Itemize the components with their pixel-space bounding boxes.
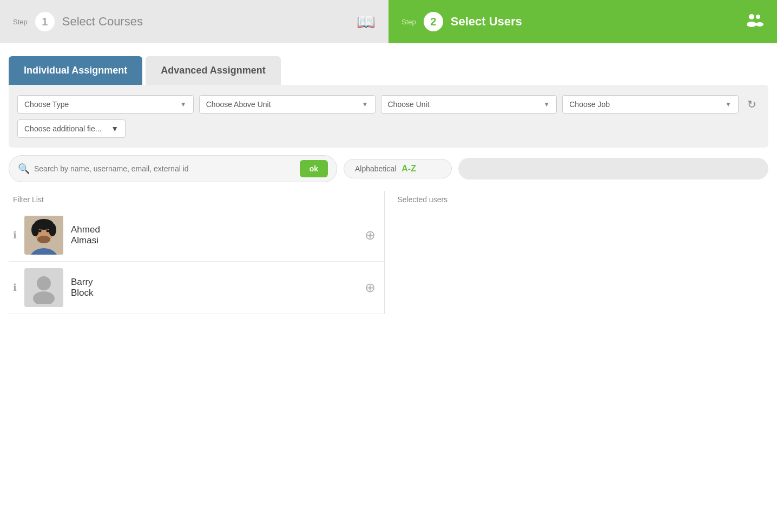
sort-extra-area [458, 158, 768, 179]
list-section: Filter List ℹ [9, 191, 768, 314]
search-section: 🔍 ok Alphabetical A-Z [9, 155, 768, 182]
choose-additional-label: Choose additional fie... [24, 124, 101, 133]
search-box: 🔍 ok [9, 155, 337, 182]
svg-point-11 [39, 230, 42, 232]
svg-point-0 [749, 14, 754, 19]
step-1[interactable]: Step 1 Select Courses 📖 [0, 0, 389, 43]
svg-point-14 [33, 291, 55, 304]
filter-list-header: Filter List [9, 191, 384, 209]
selected-users-panel: Selected users [385, 191, 769, 314]
user-name-barry: BarryBlock [71, 277, 353, 298]
sort-az-label: A-Z [401, 164, 416, 174]
user-name-ahmed: AhmedAlmasi [71, 224, 353, 246]
avatar-barry [24, 268, 63, 307]
tab-advanced[interactable]: Advanced Assignment [146, 56, 280, 85]
search-input[interactable] [34, 164, 295, 173]
choose-job-label: Choose Job [569, 100, 610, 109]
info-icon-ahmed[interactable]: ℹ [13, 229, 17, 241]
selected-users-header: Selected users [393, 191, 769, 209]
ok-button[interactable]: ok [300, 160, 328, 177]
choose-type-dropdown[interactable]: Choose Type ▼ [17, 95, 194, 114]
svg-point-1 [747, 22, 756, 27]
choose-above-unit-label: Choose Above Unit [206, 100, 271, 109]
svg-point-12 [47, 230, 49, 232]
book-icon: 📖 [357, 13, 376, 31]
choose-additional-arrow: ▼ [111, 124, 118, 133]
filter-section: Choose Type ▼ Choose Above Unit ▼ Choose… [9, 85, 768, 148]
step-1-label: Step [13, 18, 28, 26]
filter-row-1: Choose Type ▼ Choose Above Unit ▼ Choose… [17, 95, 760, 114]
user-item-ahmed: ℹ [9, 209, 384, 262]
refresh-button[interactable]: ↻ [744, 95, 760, 114]
user-item-barry: ℹ BarryBlock ⊕ [9, 262, 384, 314]
choose-unit-label: Choose Unit [388, 100, 430, 109]
choose-job-dropdown[interactable]: Choose Job ▼ [562, 95, 739, 114]
users-icon [745, 10, 764, 34]
svg-point-8 [31, 223, 39, 236]
step-2-label: Step [401, 18, 416, 26]
tab-individual[interactable]: Individual Assignment [9, 56, 142, 85]
filter-row-2: Choose additional fie... ▼ [17, 119, 760, 138]
avatar-ahmed [24, 216, 63, 255]
assignment-tabs: Individual Assignment Advanced Assignmen… [9, 56, 768, 85]
svg-point-9 [49, 223, 56, 236]
choose-type-label: Choose Type [24, 100, 69, 109]
choose-additional-dropdown[interactable]: Choose additional fie... ▼ [17, 119, 126, 138]
choose-above-unit-dropdown[interactable]: Choose Above Unit ▼ [199, 95, 376, 114]
step-1-title: Select Courses [62, 15, 143, 29]
step-1-circle: 1 [35, 12, 55, 31]
search-icon: 🔍 [18, 163, 30, 175]
choose-type-arrow: ▼ [180, 101, 187, 108]
svg-point-10 [37, 236, 50, 243]
sort-box: Alphabetical A-Z [344, 159, 452, 178]
choose-above-unit-arrow: ▼ [362, 101, 368, 108]
choose-unit-arrow: ▼ [543, 101, 550, 108]
steps-bar: Step 1 Select Courses 📖 Step 2 Select Us… [0, 0, 777, 43]
choose-job-arrow: ▼ [725, 101, 732, 108]
step-2-circle: 2 [424, 12, 443, 31]
svg-point-13 [37, 276, 51, 290]
info-icon-barry[interactable]: ℹ [13, 282, 17, 294]
svg-point-3 [756, 22, 763, 26]
step-2-title: Select Users [451, 15, 522, 29]
sort-label: Alphabetical [355, 164, 396, 173]
add-barry-button[interactable]: ⊕ [360, 278, 380, 297]
svg-point-2 [756, 15, 760, 19]
add-ahmed-button[interactable]: ⊕ [360, 225, 380, 245]
choose-unit-dropdown[interactable]: Choose Unit ▼ [381, 95, 557, 114]
filter-list: Filter List ℹ [9, 191, 385, 314]
step-2[interactable]: Step 2 Select Users [389, 0, 777, 43]
